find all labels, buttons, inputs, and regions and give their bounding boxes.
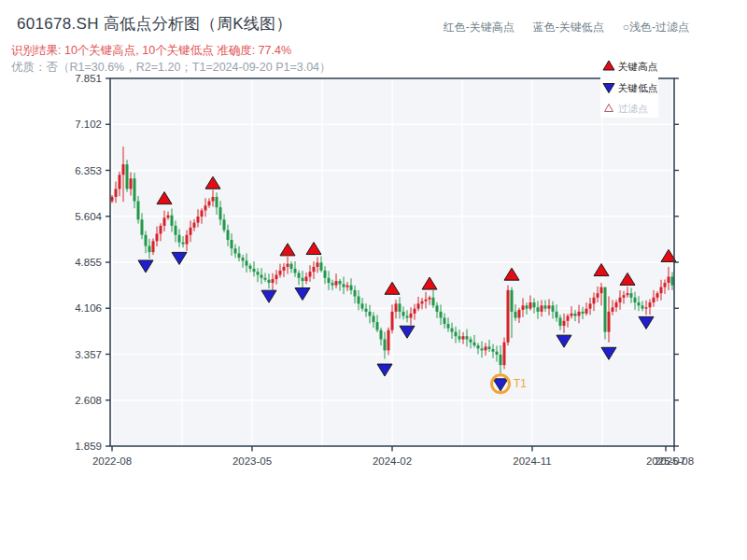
candle-body: [119, 175, 121, 189]
candle-body: [444, 318, 446, 325]
candle-body: [660, 287, 663, 294]
candle-body: [552, 305, 555, 312]
candle-body: [145, 235, 148, 246]
candle-body: [466, 336, 469, 339]
candle-body: [619, 298, 622, 302]
candle-body: [537, 307, 540, 312]
candle-body: [421, 301, 424, 304]
candle-body: [384, 340, 387, 351]
candle-body: [335, 281, 338, 286]
candle-body: [653, 298, 655, 302]
candle-body: [283, 267, 286, 271]
candle-body: [526, 305, 529, 308]
candle-body: [548, 305, 551, 308]
candle-body: [518, 310, 521, 318]
legend-item-label: 过滤点: [618, 103, 648, 114]
y-tick-label: 6.353: [75, 165, 102, 176]
candle-body: [361, 303, 364, 308]
candle-body: [455, 332, 458, 337]
candle-body: [541, 305, 543, 312]
candle-body: [328, 278, 331, 283]
candle-body: [290, 264, 293, 269]
candle-body: [477, 345, 480, 348]
candle-body: [376, 322, 379, 330]
candle-body: [391, 312, 394, 330]
y-tick-label: 4.855: [75, 257, 102, 268]
candle-body: [346, 286, 349, 287]
candle-body: [171, 216, 174, 226]
candle-body: [638, 302, 641, 305]
candle-body: [514, 312, 517, 318]
candle-body: [287, 264, 289, 267]
candle-body: [556, 312, 558, 318]
candle-body: [582, 312, 585, 314]
t1-label: T1: [514, 377, 527, 390]
candle-body: [462, 336, 465, 339]
candle-body: [298, 273, 301, 278]
candle-body: [593, 298, 596, 304]
candle-body: [182, 243, 185, 245]
candle-body: [503, 343, 506, 365]
y-tick-label: 7.102: [75, 119, 102, 130]
candle-body: [623, 295, 626, 298]
candle-body: [324, 271, 327, 278]
candle-body: [275, 274, 278, 279]
candle-body: [175, 226, 177, 235]
candle-body: [305, 276, 308, 281]
candle-body: [204, 205, 207, 210]
candle-body: [589, 303, 592, 308]
candle-body: [253, 269, 256, 272]
y-tick-label: 2.608: [75, 395, 102, 406]
candle-body: [563, 321, 566, 326]
y-tick-label: 3.357: [75, 349, 102, 360]
candle-body: [615, 302, 618, 307]
candle-body: [399, 303, 402, 312]
candle-body: [414, 309, 416, 314]
y-tick-label: 1.859: [75, 441, 102, 452]
y-tick-label: 5.604: [75, 211, 102, 222]
x-tick-label: 2022-08: [92, 455, 132, 467]
candle-body: [186, 235, 189, 245]
candle-body: [309, 272, 312, 276]
candle-body: [634, 298, 637, 302]
candle-body: [447, 324, 450, 329]
candle-body: [417, 303, 420, 308]
candle-body: [320, 262, 323, 271]
candle-body: [152, 241, 155, 252]
candle-body: [201, 210, 204, 217]
candle-body: [111, 197, 114, 202]
candle-body: [279, 271, 282, 275]
candle-body: [574, 314, 577, 316]
x-tick-label: 2023-05: [233, 455, 272, 467]
candle-body: [585, 309, 588, 314]
candle-body: [597, 293, 599, 298]
candle-body: [134, 178, 136, 201]
x-tick-label: 2024-02: [373, 455, 412, 467]
candle-body: [294, 269, 297, 273]
y-tick-label: 7.851: [75, 73, 102, 84]
candle-body: [223, 219, 226, 230]
candle-body: [268, 280, 271, 283]
candle-body: [373, 316, 375, 323]
candle-body: [219, 207, 222, 219]
candle-body: [668, 276, 670, 283]
x-tick-label: 2024-11: [513, 455, 551, 467]
candle-body: [600, 287, 603, 294]
y-tick-label: 4.106: [75, 302, 102, 314]
candle-body: [388, 330, 390, 351]
candle-body: [339, 281, 342, 284]
candle-body: [148, 246, 151, 253]
candle-body: [197, 217, 200, 223]
candle-body: [264, 278, 267, 280]
candle-body: [402, 312, 405, 316]
candle-body: [208, 202, 211, 206]
candle-body: [137, 202, 140, 220]
candle-body: [302, 278, 304, 281]
candle-body: [331, 283, 334, 286]
candle-body: [473, 343, 476, 345]
candle-body: [343, 284, 345, 287]
candle-body: [507, 290, 510, 343]
candle-body: [365, 309, 368, 312]
legend-item-label: 关键低点: [618, 82, 658, 93]
kline-chart: T17.8517.1026.3535.6044.8554.1063.3572.6…: [0, 0, 747, 560]
